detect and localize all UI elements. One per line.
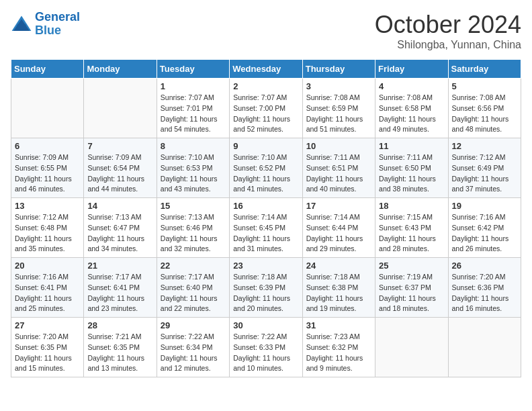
sunrise-text: Sunrise: 7:17 AM [87, 272, 152, 283]
calendar-cell: 23Sunrise: 7:18 AMSunset: 6:39 PMDayligh… [230, 258, 302, 318]
calendar-week-row: 13Sunrise: 7:12 AMSunset: 6:48 PMDayligh… [11, 198, 521, 258]
day-info: Sunrise: 7:07 AMSunset: 7:01 PMDaylight:… [161, 93, 226, 135]
day-number: 26 [452, 261, 517, 271]
daylight-text: Daylight: 11 hours and 18 minutes. [379, 293, 444, 315]
calendar-cell: 18Sunrise: 7:15 AMSunset: 6:43 PMDayligh… [375, 198, 448, 258]
calendar-cell: 27Sunrise: 7:20 AMSunset: 6:35 PMDayligh… [11, 318, 84, 377]
logo-text: General Blue [35, 11, 80, 38]
sunset-text: Sunset: 6:43 PM [379, 223, 444, 234]
day-info: Sunrise: 7:10 AMSunset: 6:52 PMDaylight:… [233, 152, 298, 195]
day-info: Sunrise: 7:19 AMSunset: 6:37 PMDaylight:… [379, 272, 444, 314]
calendar-cell: 12Sunrise: 7:12 AMSunset: 6:49 PMDayligh… [448, 138, 521, 198]
month-title: October 2024 [375, 11, 521, 39]
daylight-text: Daylight: 11 hours and 16 minutes. [452, 293, 517, 315]
day-number: 13 [15, 201, 80, 211]
sunset-text: Sunset: 6:50 PM [379, 163, 444, 174]
day-number: 3 [306, 81, 371, 91]
sunrise-text: Sunrise: 7:10 AM [161, 152, 226, 163]
sunset-text: Sunset: 7:00 PM [233, 103, 298, 114]
day-info: Sunrise: 7:22 AMSunset: 6:33 PMDaylight:… [233, 332, 298, 374]
daylight-text: Daylight: 11 hours and 32 minutes. [161, 234, 226, 255]
day-info: Sunrise: 7:16 AMSunset: 6:41 PMDaylight:… [15, 272, 80, 314]
day-number: 24 [306, 261, 371, 271]
sunrise-text: Sunrise: 7:11 AM [379, 152, 444, 163]
day-number: 7 [87, 141, 152, 151]
sunset-text: Sunset: 6:37 PM [379, 283, 444, 293]
daylight-text: Daylight: 11 hours and 15 minutes. [15, 353, 80, 375]
day-number: 30 [233, 320, 298, 330]
sunrise-text: Sunrise: 7:18 AM [306, 272, 371, 283]
day-info: Sunrise: 7:12 AMSunset: 6:48 PMDaylight:… [15, 212, 80, 255]
day-number: 11 [379, 141, 444, 151]
sunrise-text: Sunrise: 7:16 AM [15, 272, 80, 283]
daylight-text: Daylight: 11 hours and 41 minutes. [233, 174, 298, 195]
day-info: Sunrise: 7:17 AMSunset: 6:40 PMDaylight:… [161, 272, 226, 314]
sunset-text: Sunset: 6:38 PM [306, 283, 371, 293]
logo-blue: Blue [35, 24, 80, 38]
sunset-text: Sunset: 6:42 PM [452, 223, 517, 234]
day-number: 9 [233, 141, 298, 151]
weekday-header: Wednesday [230, 60, 302, 79]
logo-icon [11, 15, 32, 34]
daylight-text: Daylight: 11 hours and 46 minutes. [15, 174, 80, 195]
weekday-header: Friday [375, 60, 448, 79]
weekday-header: Monday [84, 60, 157, 79]
day-number: 18 [379, 201, 444, 211]
sunrise-text: Sunrise: 7:09 AM [15, 152, 80, 163]
day-number: 22 [161, 261, 226, 271]
day-info: Sunrise: 7:08 AMSunset: 6:58 PMDaylight:… [379, 93, 444, 135]
page-header: General Blue October 2024 Shilongba, Yun… [11, 11, 521, 51]
calendar-week-row: 1Sunrise: 7:07 AMSunset: 7:01 PMDaylight… [11, 79, 521, 138]
sunrise-text: Sunrise: 7:15 AM [379, 212, 444, 223]
day-number: 5 [452, 81, 517, 91]
day-info: Sunrise: 7:12 AMSunset: 6:49 PMDaylight:… [452, 152, 517, 195]
calendar-cell: 3Sunrise: 7:08 AMSunset: 6:59 PMDaylight… [302, 79, 375, 138]
sunset-text: Sunset: 6:58 PM [379, 103, 444, 114]
day-number: 14 [87, 201, 152, 211]
daylight-text: Daylight: 11 hours and 10 minutes. [233, 353, 298, 375]
weekday-header-row: SundayMondayTuesdayWednesdayThursdayFrid… [11, 60, 521, 79]
day-number: 21 [87, 261, 152, 271]
daylight-text: Daylight: 11 hours and 38 minutes. [379, 174, 444, 195]
day-info: Sunrise: 7:17 AMSunset: 6:41 PMDaylight:… [87, 272, 152, 314]
calendar-cell: 19Sunrise: 7:16 AMSunset: 6:42 PMDayligh… [448, 198, 521, 258]
day-number: 31 [306, 320, 371, 330]
daylight-text: Daylight: 11 hours and 54 minutes. [161, 114, 226, 136]
sunrise-text: Sunrise: 7:12 AM [15, 212, 80, 223]
daylight-text: Daylight: 11 hours and 49 minutes. [379, 114, 444, 136]
sunrise-text: Sunrise: 7:11 AM [306, 152, 371, 163]
calendar-cell: 15Sunrise: 7:13 AMSunset: 6:46 PMDayligh… [157, 198, 229, 258]
title-block: October 2024 Shilongba, Yunnan, China [375, 11, 521, 51]
calendar-week-row: 20Sunrise: 7:16 AMSunset: 6:41 PMDayligh… [11, 258, 521, 318]
day-info: Sunrise: 7:16 AMSunset: 6:42 PMDaylight:… [452, 212, 517, 255]
daylight-text: Daylight: 11 hours and 9 minutes. [306, 353, 371, 375]
location-subtitle: Shilongba, Yunnan, China [375, 39, 521, 51]
day-number: 29 [161, 320, 226, 330]
day-info: Sunrise: 7:14 AMSunset: 6:44 PMDaylight:… [306, 212, 371, 255]
sunrise-text: Sunrise: 7:10 AM [233, 152, 298, 163]
day-info: Sunrise: 7:15 AMSunset: 6:43 PMDaylight:… [379, 212, 444, 255]
sunrise-text: Sunrise: 7:16 AM [452, 212, 517, 223]
calendar-cell: 1Sunrise: 7:07 AMSunset: 7:01 PMDaylight… [157, 79, 229, 138]
sunset-text: Sunset: 6:35 PM [15, 342, 80, 353]
daylight-text: Daylight: 11 hours and 48 minutes. [452, 114, 517, 136]
calendar-cell: 10Sunrise: 7:11 AMSunset: 6:51 PMDayligh… [302, 138, 375, 198]
calendar-cell: 16Sunrise: 7:14 AMSunset: 6:45 PMDayligh… [230, 198, 302, 258]
sunrise-text: Sunrise: 7:09 AM [87, 152, 152, 163]
sunrise-text: Sunrise: 7:07 AM [161, 93, 226, 103]
day-info: Sunrise: 7:08 AMSunset: 6:56 PMDaylight:… [452, 93, 517, 135]
daylight-text: Daylight: 11 hours and 34 minutes. [87, 234, 152, 255]
calendar-cell: 2Sunrise: 7:07 AMSunset: 7:00 PMDaylight… [230, 79, 302, 138]
day-number: 19 [452, 201, 517, 211]
sunrise-text: Sunrise: 7:13 AM [87, 212, 152, 223]
calendar-cell: 17Sunrise: 7:14 AMSunset: 6:44 PMDayligh… [302, 198, 375, 258]
calendar-cell [84, 79, 157, 138]
day-number: 12 [452, 141, 517, 151]
sunset-text: Sunset: 6:46 PM [161, 223, 226, 234]
sunset-text: Sunset: 6:39 PM [233, 283, 298, 293]
day-number: 16 [233, 201, 298, 211]
day-info: Sunrise: 7:07 AMSunset: 7:00 PMDaylight:… [233, 93, 298, 135]
weekday-header: Tuesday [157, 60, 229, 79]
sunrise-text: Sunrise: 7:19 AM [379, 272, 444, 283]
day-number: 10 [306, 141, 371, 151]
